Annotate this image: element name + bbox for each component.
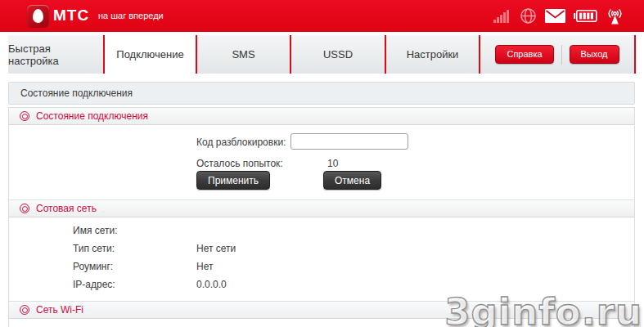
ip-address-value: 0.0.0.0 (196, 279, 227, 290)
roaming-value: Нет (196, 261, 213, 272)
tab-ussd[interactable]: USSD (291, 35, 386, 74)
help-button[interactable]: Справка (495, 45, 553, 64)
mail-icon (545, 9, 565, 23)
mts-logo (27, 5, 49, 27)
attempts-value: 10 (327, 158, 338, 169)
section-bullet-icon (20, 111, 29, 121)
section-header-connection-state: Состояние подключения (9, 107, 634, 125)
section-header-wifi: Сеть Wi-Fi (9, 301, 634, 319)
roaming-label: Роуминг: (73, 261, 113, 272)
tab-settings[interactable]: Настройки (386, 35, 480, 74)
top-header: МТС на шаг впереди (0, 0, 644, 32)
network-type-label: Тип сети: (73, 243, 115, 254)
mts-router-ui: МТС на шаг впереди (0, 0, 644, 327)
section-bullet-icon (20, 305, 29, 315)
ip-address-label: IP-адрес: (73, 279, 115, 290)
mts-egg-icon (33, 9, 43, 23)
section-title: Сеть Wi-Fi (36, 304, 83, 316)
internet-globe-icon (520, 7, 537, 25)
unlock-code-input[interactable] (290, 133, 408, 150)
main-tab-bar: Быстрая настройка Подключение SMS USSD Н… (8, 35, 636, 74)
mts-logo-text: МТС (53, 7, 89, 25)
tab-sms[interactable]: SMS (197, 35, 291, 74)
tab-connection[interactable]: Подключение (105, 35, 197, 74)
section-header-cellular: Сотовая сеть (9, 199, 634, 217)
signal-strength-icon (493, 10, 511, 23)
wifi-antenna-icon (606, 8, 624, 25)
unlock-code-label: Код разблокировки: (196, 137, 286, 148)
network-type-value: Нет сети (196, 243, 236, 254)
tab-quick-setup[interactable]: Быстрая настройка (8, 35, 105, 74)
brand-slogan: на шаг впереди (98, 11, 164, 20)
attempts-label: Осталось попыток: (196, 158, 283, 169)
button-separator (561, 45, 562, 65)
breadcrumb: Состояние подключения (8, 82, 635, 105)
status-icon-bar (493, 3, 624, 29)
battery-icon (574, 10, 597, 22)
network-name-label: Имя сети: (73, 225, 118, 236)
section-title: Состояние подключения (36, 110, 148, 122)
section-title: Сотовая сеть (36, 203, 97, 214)
tab-action-area: Справка Выход (480, 35, 636, 74)
exit-button[interactable]: Выход (570, 45, 619, 64)
apply-button[interactable]: Применить (196, 171, 270, 190)
content-panel: Состояние подключения Код разблокировки:… (8, 107, 635, 327)
section-bullet-icon (20, 204, 29, 213)
cancel-button[interactable]: Отмена (323, 171, 381, 190)
